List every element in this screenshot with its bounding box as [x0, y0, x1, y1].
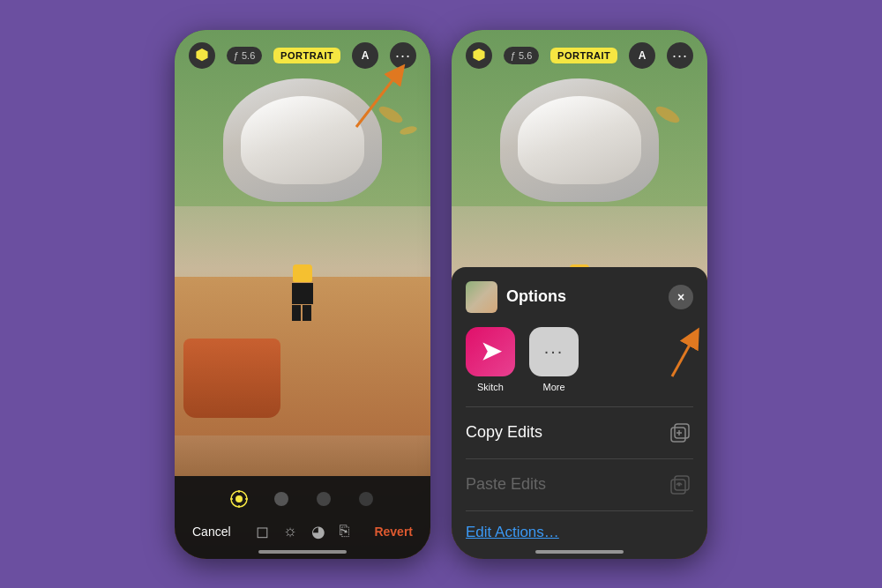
options-title-row: Options: [466, 281, 566, 313]
arrow-to-copy-edits: [602, 319, 707, 384]
aperture-icon[interactable]: ◕: [311, 522, 325, 541]
depth-icon-3[interactable]: [311, 487, 336, 511]
right-phone: ƒ 5.6 PORTRAIT A ··· Options × ➤ Skitc: [452, 30, 707, 559]
arrow-to-more: [330, 56, 418, 139]
left-bottom-toolbar: Cancel ◻ ☼ ◕ ⎘ Revert: [175, 476, 430, 559]
copy-edits-row[interactable]: Copy Edits: [466, 407, 693, 459]
depth-icon-4[interactable]: [354, 487, 378, 511]
options-title-text: Options: [506, 287, 566, 306]
3d-icon[interactable]: ◻: [256, 522, 269, 541]
portrait-badge-right[interactable]: PORTRAIT: [550, 48, 617, 63]
aperture-label-left[interactable]: ƒ 5.6: [227, 47, 262, 64]
options-panel: Options × ➤ Skitch ··· More Copy Edits: [452, 267, 707, 559]
options-header: Options ×: [466, 281, 693, 313]
paste-edits-row: Paste Edits: [466, 459, 693, 511]
left-phone: ƒ 5.6 PORTRAIT A ···: [175, 30, 430, 559]
autopilot-btn-right[interactable]: A: [629, 42, 655, 69]
options-thumbnail: [466, 281, 497, 313]
svg-marker-0: [196, 48, 207, 60]
edit-tools: ◻ ☼ ◕ ⎘: [256, 522, 350, 541]
svg-rect-11: [675, 424, 689, 438]
more-label: More: [542, 382, 564, 392]
more-icon: ···: [529, 327, 579, 376]
depth-controls: [189, 487, 416, 511]
options-close-button[interactable]: ×: [669, 285, 693, 309]
sun-icon[interactable]: ☼: [283, 522, 298, 540]
paste-edits-icon: [667, 472, 693, 498]
revert-button[interactable]: Revert: [374, 525, 413, 539]
copy-edits-label: Copy Edits: [466, 423, 542, 442]
depth-icon-active[interactable]: [227, 487, 251, 511]
svg-rect-14: [671, 480, 685, 494]
edit-actions-link[interactable]: Edit Actions…: [466, 511, 693, 545]
app-skitch[interactable]: ➤ Skitch: [466, 327, 515, 392]
svg-rect-10: [671, 428, 685, 442]
hex-icon-left[interactable]: [189, 42, 215, 69]
skitch-label: Skitch: [477, 382, 504, 392]
more-btn-right[interactable]: ···: [667, 42, 693, 69]
svg-point-2: [235, 495, 243, 502]
toolbar-actions-row: Cancel ◻ ☼ ◕ ⎘ Revert: [189, 522, 416, 541]
app-more[interactable]: ··· More: [529, 327, 579, 392]
aperture-label-right[interactable]: ƒ 5.6: [504, 47, 539, 64]
cancel-button[interactable]: Cancel: [192, 525, 231, 539]
home-indicator-right: [535, 550, 624, 554]
hex-icon-right[interactable]: [466, 42, 492, 69]
right-phone-header: ƒ 5.6 PORTRAIT A ···: [452, 30, 707, 76]
crop-icon[interactable]: ⎘: [340, 522, 349, 540]
svg-rect-15: [675, 476, 689, 490]
depth-icon-2[interactable]: [269, 487, 294, 511]
home-indicator-left: [258, 550, 347, 554]
paste-edits-label: Paste Edits: [466, 475, 546, 494]
svg-marker-9: [473, 48, 484, 60]
skitch-icon: ➤: [466, 327, 515, 376]
svg-line-18: [672, 337, 694, 376]
svg-line-8: [356, 72, 399, 127]
copy-edits-icon[interactable]: [667, 420, 693, 446]
